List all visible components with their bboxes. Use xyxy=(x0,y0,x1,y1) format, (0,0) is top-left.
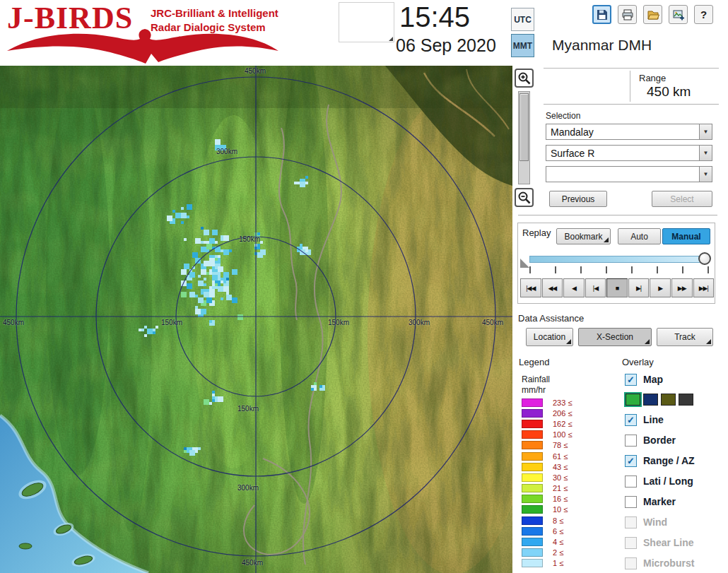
timeline-tick xyxy=(606,266,607,273)
legend-row: 206 ≤ xyxy=(522,408,572,418)
chevron-down-icon[interactable]: ▼ xyxy=(699,124,712,139)
legend-color-swatch xyxy=(522,559,543,567)
legend-color-swatch xyxy=(522,452,543,461)
legend-color-swatch xyxy=(522,430,543,439)
export-image-button[interactable] xyxy=(669,5,688,24)
x-section-button[interactable]: X-Section xyxy=(578,328,652,346)
clock-date: 06 Sep 2020 xyxy=(396,35,496,56)
extra-dropdown[interactable]: ▼ xyxy=(546,166,712,182)
map-style-olive[interactable] xyxy=(661,394,676,406)
checkbox-map[interactable]: ✓ xyxy=(625,374,637,386)
menu-corner-icon xyxy=(645,339,650,344)
legend-color-swatch xyxy=(522,548,543,557)
save-button[interactable] xyxy=(592,5,611,24)
checkbox-line[interactable]: ✓ xyxy=(625,414,637,426)
chevron-down-icon[interactable]: ▼ xyxy=(699,167,712,182)
previous-button[interactable]: Previous xyxy=(549,191,607,207)
playback-controls: |◀◀◀◀◀|◀■▶|▶▶▶▶▶| xyxy=(520,278,714,297)
overlay-item-range-az[interactable]: ✓Range / AZ xyxy=(625,452,727,469)
playback-step-back-button[interactable]: ◀ xyxy=(563,278,585,297)
timeline-start-marker-icon xyxy=(520,259,529,268)
playback-fast-rewind-button[interactable]: ◀◀ xyxy=(542,278,563,297)
timeline-slider-track[interactable] xyxy=(529,256,709,263)
overlay-item-lati-long[interactable]: Lati / Long xyxy=(625,473,727,490)
product-dropdown[interactable]: Surface R ▼ xyxy=(546,145,712,161)
folder-icon xyxy=(647,8,659,21)
legend-color-swatch xyxy=(522,463,543,471)
select-button[interactable]: Select xyxy=(652,191,712,207)
preview-box[interactable] xyxy=(339,2,394,42)
radar-map[interactable]: 450km300km150km450km150km150km300km450km… xyxy=(0,66,512,573)
legend-color-swatch xyxy=(522,538,543,546)
print-button[interactable] xyxy=(618,5,637,24)
track-button[interactable]: Track xyxy=(657,328,713,346)
checkbox-range-az[interactable]: ✓ xyxy=(625,455,637,467)
range-section: Range 450 km xyxy=(544,68,719,105)
legend-value: 21 ≤ xyxy=(553,484,568,492)
overlay-item-map[interactable]: ✓Map xyxy=(625,371,727,388)
image-plus-icon xyxy=(672,8,685,21)
overlay-item-line[interactable]: ✓Line xyxy=(625,411,727,428)
legend-row: 61 ≤ xyxy=(522,451,572,461)
legend-value: 2 ≤ xyxy=(553,548,563,557)
legend-row: 100 ≤ xyxy=(522,430,572,440)
timeline-tick xyxy=(708,266,709,273)
magnifier-minus-icon xyxy=(517,191,532,205)
legend-title: Legend xyxy=(519,357,549,367)
checkbox-microburst xyxy=(625,557,637,569)
menu-corner-icon xyxy=(566,339,571,344)
playback-skip-start-button[interactable]: |◀◀ xyxy=(520,278,541,297)
timezone-utc-button[interactable]: UTC xyxy=(511,8,534,31)
timeline-slider-thumb[interactable] xyxy=(698,252,711,265)
range-value: 450 km xyxy=(647,84,691,100)
overlay-item-shear-line: Shear Line xyxy=(625,534,727,551)
resize-corner-icon xyxy=(389,37,393,41)
checkbox-marker[interactable] xyxy=(625,496,637,508)
site-dropdown[interactable]: Mandalay ▼ xyxy=(546,124,712,140)
timeline-ticks xyxy=(529,266,709,274)
help-button[interactable]: ? xyxy=(694,5,713,24)
map-style-dark[interactable] xyxy=(679,394,693,406)
playback-skip-end-button[interactable]: ▶▶| xyxy=(693,278,715,297)
replay-section: Replay Bookmark Auto Manual |◀◀◀◀◀|◀■▶|▶… xyxy=(517,223,715,304)
zoom-slider-track[interactable] xyxy=(518,91,530,184)
timeline-tick xyxy=(529,266,531,273)
map-style-green[interactable] xyxy=(626,394,640,406)
legend-color-swatch xyxy=(522,527,543,536)
playback-stop-button[interactable]: ■ xyxy=(606,278,628,297)
legend-value: 10 ≤ xyxy=(553,505,568,514)
legend-row: 233 ≤ xyxy=(522,397,572,408)
legend-row: 30 ≤ xyxy=(522,472,572,483)
divider xyxy=(518,215,717,215)
replay-label: Replay xyxy=(522,228,551,238)
timeline-tick xyxy=(555,266,556,273)
playback-next-frame-button[interactable]: ▶| xyxy=(628,278,650,297)
selection-label: Selection xyxy=(546,111,580,121)
checkbox-lati-long[interactable] xyxy=(625,475,637,488)
zoom-slider-thumb[interactable] xyxy=(519,93,529,161)
playback-prev-frame-button[interactable]: |◀ xyxy=(585,278,606,297)
auto-mode-button[interactable]: Auto xyxy=(618,228,661,244)
overlay-label: Wind xyxy=(643,516,667,528)
playback-fast-forward-button[interactable]: ▶▶ xyxy=(671,278,693,297)
zoom-in-button[interactable] xyxy=(515,69,534,88)
manual-mode-button[interactable]: Manual xyxy=(662,228,710,244)
overlay-item-marker[interactable]: Marker xyxy=(625,493,727,510)
legend-unit-line2: mm/hr xyxy=(522,385,546,395)
legend-value: 4 ≤ xyxy=(553,538,563,546)
checkbox-border[interactable] xyxy=(625,435,637,447)
overlay-item-border[interactable]: Border xyxy=(625,432,727,449)
chevron-down-icon[interactable]: ▼ xyxy=(699,146,712,160)
legend-color-swatch xyxy=(522,420,543,428)
map-style-navy[interactable] xyxy=(643,394,658,406)
bookmark-button[interactable]: Bookmark xyxy=(556,228,611,244)
timezone-mmt-button[interactable]: MMT xyxy=(511,34,534,57)
checkbox-wind xyxy=(625,516,637,528)
save-icon xyxy=(596,8,609,21)
location-button[interactable]: Location xyxy=(526,328,573,346)
header-bar: J-BIRDS JRC-Brilliant & Intelligent Rada… xyxy=(0,0,728,66)
radar-map-canvas xyxy=(0,66,512,573)
open-folder-button[interactable] xyxy=(643,5,662,24)
zoom-out-button[interactable] xyxy=(515,188,534,207)
playback-play-button[interactable]: ▶ xyxy=(650,278,671,297)
